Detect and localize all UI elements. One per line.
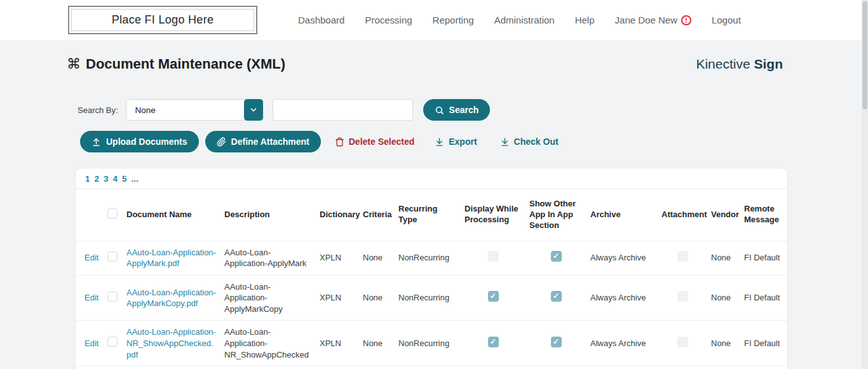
- actions-row: Upload Documents Define Attachment Delet…: [80, 131, 868, 152]
- display-while-processing-checkbox[interactable]: [488, 291, 499, 302]
- edit-link[interactable]: Edit: [85, 339, 98, 348]
- document-name-link[interactable]: AAuto-Loan-Application-ApplyMarkCopy.pdf: [126, 288, 216, 309]
- remote-message-cell: FI Default: [740, 321, 787, 366]
- col-display-while-processing: Display While Processing: [461, 189, 526, 241]
- nav-link-dashboard[interactable]: Dashboard: [298, 15, 344, 25]
- define-attachment-button[interactable]: Define Attachment: [205, 131, 321, 152]
- col-document-name: Document Name: [123, 189, 220, 241]
- table-row: Edit AAuto-Loan-Application-ApplyMarkCop…: [76, 275, 787, 321]
- document-name-link[interactable]: AAuto-Loan-Application-NR_ShowAppChecked…: [126, 327, 216, 359]
- paperclip-icon: [217, 137, 226, 147]
- page-5[interactable]: 5: [122, 174, 127, 184]
- nav-link-reporting[interactable]: Reporting: [433, 15, 474, 25]
- upload-documents-button[interactable]: Upload Documents: [80, 131, 199, 152]
- page-title-text: Document Maintenance (XML): [86, 56, 285, 72]
- top-navbar: Place FI Logo Here Dashboard Processing …: [0, 0, 868, 40]
- document-name-link[interactable]: AAuto-Loan-Application-ApplyMark.pdf: [126, 248, 216, 269]
- archive-cell: Always Archive: [587, 366, 658, 369]
- page-1[interactable]: 1: [85, 174, 90, 184]
- search-icon: [435, 105, 444, 115]
- criteria-cell: None: [359, 275, 395, 321]
- chevron-down-icon: [244, 99, 263, 121]
- dictionary-cell: XPLN: [316, 241, 359, 275]
- criteria-cell: None: [359, 321, 395, 366]
- define-attachment-label: Define Attachment: [231, 137, 309, 147]
- export-label: Export: [449, 137, 477, 147]
- nav-link-logout[interactable]: Logout: [712, 15, 741, 25]
- show-other-app-checkbox[interactable]: [551, 251, 562, 262]
- warning-icon: [681, 15, 691, 25]
- page-2[interactable]: 2: [95, 174, 100, 184]
- select-all-checkbox[interactable]: [107, 208, 118, 218]
- nav-links: Dashboard Processing Reporting Administr…: [298, 15, 741, 25]
- attachment-checkbox[interactable]: [677, 251, 688, 262]
- vendor-cell: None: [707, 366, 740, 369]
- delete-selected-button[interactable]: Delete Selected: [335, 137, 415, 147]
- download-icon: [435, 137, 444, 147]
- documents-card: 1 2 3 4 5 ... Document Name Description …: [75, 168, 788, 369]
- page-3[interactable]: 3: [104, 174, 109, 184]
- criteria-cell: None: [359, 366, 395, 369]
- pagination: 1 2 3 4 5 ...: [76, 168, 787, 189]
- description-cell: AAuto-Loan-Application-NR_ShowAppChecked: [220, 321, 316, 366]
- check-out-button[interactable]: Check Out: [500, 137, 559, 147]
- scrollbar[interactable]: [862, 0, 868, 369]
- attachment-checkbox[interactable]: [677, 291, 688, 302]
- search-by-label: Search By:: [78, 105, 118, 115]
- nav-user-menu[interactable]: Jane Doe New: [615, 15, 691, 25]
- remote-message-cell: FI Default: [740, 275, 787, 321]
- col-description: Description: [220, 189, 316, 241]
- search-button-label: Search: [449, 105, 479, 115]
- search-button[interactable]: Search: [423, 99, 491, 121]
- display-while-processing-checkbox[interactable]: [488, 337, 499, 347]
- page-title: ⌘ Document Maintenance (XML): [67, 56, 285, 72]
- archive-cell: Always Archive: [587, 275, 658, 321]
- command-icon: ⌘: [67, 56, 81, 72]
- row-select-checkbox[interactable]: [107, 337, 118, 347]
- description-cell: AAuto-Loan-Application-ApplyMarkCopy: [220, 275, 316, 321]
- attachment-checkbox[interactable]: [677, 337, 688, 347]
- table-header-row: Document Name Description Dictionary Cri…: [76, 189, 787, 241]
- nav-link-processing[interactable]: Processing: [365, 15, 412, 25]
- export-button[interactable]: Export: [435, 137, 477, 147]
- page-head: ⌘ Document Maintenance (XML) Kinective S…: [0, 40, 868, 72]
- show-other-app-checkbox[interactable]: [551, 337, 562, 347]
- display-while-processing-checkbox[interactable]: [488, 251, 499, 262]
- description-cell: AAuto-Loan-Application-ApplyMark: [220, 241, 316, 275]
- delete-selected-label: Delete Selected: [349, 137, 415, 147]
- kinective-sign-brand: Kinective Sign: [696, 57, 783, 72]
- col-recurring-type: Recurring Type: [395, 189, 461, 241]
- col-remote-message: Remote Message: [740, 189, 787, 241]
- row-select-checkbox[interactable]: [107, 252, 118, 262]
- edit-link[interactable]: Edit: [85, 253, 98, 262]
- table-row: Edit AAuto-Loan-Application-NR_ShowAppCh…: [76, 321, 787, 366]
- search-row: Search By: None Search: [78, 99, 868, 121]
- table-row: Edit AAuto-Loan-Application-ApplyMark.pd…: [76, 241, 787, 275]
- row-select-checkbox[interactable]: [107, 292, 118, 302]
- download-icon: [500, 137, 510, 147]
- search-by-select[interactable]: None: [126, 99, 263, 121]
- page-ellipsis[interactable]: ...: [132, 174, 139, 184]
- show-other-app-checkbox[interactable]: [551, 291, 562, 302]
- recurring-type-cell: NonRecurring: [395, 366, 461, 369]
- col-archive: Archive: [587, 189, 658, 241]
- remote-message-cell: FI Default: [740, 241, 787, 275]
- check-out-label: Check Out: [514, 137, 559, 147]
- table-row: Edit AAuto-Loan-Application-NR_ShowAppUn…: [76, 366, 787, 369]
- nav-link-help[interactable]: Help: [575, 15, 595, 25]
- nav-link-administration[interactable]: Administration: [494, 15, 555, 25]
- criteria-cell: None: [359, 241, 395, 275]
- dictionary-cell: XPLN: [316, 321, 359, 366]
- documents-table: Document Name Description Dictionary Cri…: [76, 189, 787, 369]
- dictionary-cell: XPLN: [316, 366, 359, 369]
- search-input[interactable]: [273, 99, 413, 121]
- edit-link[interactable]: Edit: [85, 293, 98, 302]
- col-dictionary: Dictionary: [316, 189, 359, 241]
- edit-column-header: [76, 189, 104, 241]
- page-4[interactable]: 4: [113, 174, 118, 184]
- scrollbar-thumb[interactable]: [862, 1, 867, 109]
- recurring-type-cell: NonRecurring: [395, 275, 461, 321]
- vendor-cell: None: [707, 241, 740, 275]
- recurring-type-cell: NonRecurring: [395, 241, 461, 275]
- vendor-cell: None: [707, 321, 740, 366]
